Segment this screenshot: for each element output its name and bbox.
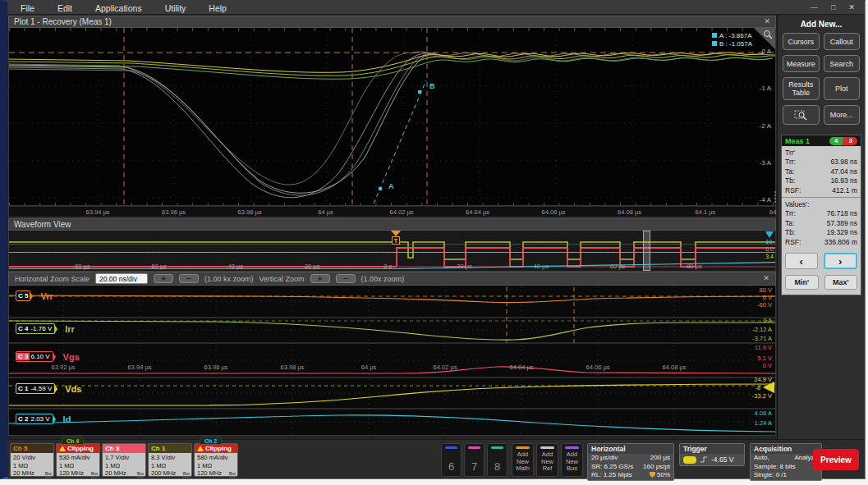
- h-zoom-minus-button[interactable]: −: [179, 274, 199, 283]
- zoom-tool-button[interactable]: [783, 105, 820, 125]
- h-zoom-scale-input[interactable]: 20.00 ns/div: [95, 273, 148, 284]
- bandwidth-icon: Bw: [137, 471, 144, 478]
- menu-utility[interactable]: Utility: [165, 3, 186, 13]
- ch4-tile[interactable]: Ch 4 Clipping 530 mA/div1 MΩ120 MHzBw: [56, 443, 100, 477]
- more-button[interactable]: More...: [824, 105, 861, 125]
- menu-bar: File Edit Applications Utility Help — □ …: [7, 2, 865, 15]
- acquisition-panel[interactable]: Acquisition Auto,Analyze Sample: 8 bits …: [750, 443, 822, 481]
- h-zoom-scale-label: Horizontal Zoom Scale: [15, 275, 90, 283]
- ch7-tile[interactable]: 7: [464, 443, 485, 477]
- pass-fail-badge: 4 3: [829, 137, 857, 145]
- close-icon[interactable]: ✕: [848, 4, 855, 11]
- tick-label: -60 µs: [149, 263, 167, 270]
- max-button[interactable]: Max': [824, 275, 858, 290]
- meas-value: 412.1 m: [832, 186, 857, 196]
- meas-label: RSF:: [785, 186, 801, 196]
- measure-button[interactable]: Measure: [783, 55, 820, 72]
- tick-label: -3 A: [760, 159, 771, 167]
- add-new-ref-button[interactable]: Add New Ref: [536, 443, 558, 477]
- add-new-math-button[interactable]: Add New Math: [512, 443, 534, 477]
- ch8-tile[interactable]: 8: [487, 443, 507, 477]
- tick-label: 64.02 µs: [390, 208, 414, 216]
- tick-label: 0 s: [383, 263, 392, 270]
- ch1-tile[interactable]: Ch 1 8.3 V/div1 MΩ200 MHzBw: [148, 443, 192, 477]
- ch2-tile[interactable]: Ch 2 Clipping 580 mA/div1 MΩ120 MHzBw: [194, 443, 238, 477]
- ch5-tile-header: Ch 5: [11, 444, 53, 453]
- meas-value: 336.806 m: [824, 238, 857, 248]
- cursor-b-label[interactable]: B: [429, 82, 435, 90]
- main-area: Plot 1 - Recovery (Meas 1) ✕: [7, 15, 865, 439]
- zoom-close-icon[interactable]: ✕: [763, 275, 769, 282]
- plot1-title: Plot 1 - Recovery (Meas 1): [14, 17, 112, 26]
- menu-edit[interactable]: Edit: [57, 3, 72, 13]
- search-button[interactable]: Search: [824, 55, 861, 72]
- meas1-results-panel[interactable]: Meas 1 4 3 Trr' Trr:63.98 ns Ta:47.04 ns…: [781, 135, 861, 295]
- spl itter-handle[interactable]: [774, 191, 776, 203]
- ch6-tile[interactable]: 6: [441, 443, 462, 477]
- tick-label: 64.08 µs: [618, 208, 641, 216]
- horizontal-title: Horizontal: [588, 444, 673, 454]
- zoomed-waveform-view[interactable]: -8 C 5 Vrr C 4-1.76 V Irr C 36.10 V Vgs …: [8, 286, 776, 436]
- add-new-bus-button[interactable]: Add New Bus: [561, 443, 583, 477]
- overview-x-tick-row: -80 µs-60 µs-40 µs-20 µs0 s20 µs40 µs60 …: [9, 231, 775, 271]
- min-button[interactable]: Min': [785, 275, 819, 290]
- window-controls: — □ ✕: [811, 4, 855, 11]
- tick-label: 64.06 µs: [542, 208, 566, 216]
- tick-label: 0 A: [761, 48, 771, 55]
- menu-applications[interactable]: Applications: [95, 3, 142, 13]
- ch3-tile-header: Ch 3: [103, 444, 145, 453]
- menu-help[interactable]: Help: [209, 3, 227, 13]
- tick-label: 20 µs: [457, 263, 472, 270]
- v-zoom-minus-button[interactable]: −: [336, 274, 356, 283]
- tick-label: -4 A: [760, 196, 771, 204]
- meas-label: Trr:: [785, 209, 796, 219]
- meas-label: Ta:: [785, 219, 794, 229]
- meas-label: Tb:: [785, 176, 795, 186]
- waveform-overview[interactable]: C36.10 V T 10. 6.0 3.4 -80 µs-60 µs-40 µ…: [8, 231, 776, 272]
- meas1-body: Trr' Trr:63.98 ns Ta:47.04 ns Tb:16.93 n…: [782, 146, 861, 295]
- preview-button[interactable]: Preview: [813, 449, 859, 470]
- tick-label: 40 µs: [534, 263, 549, 270]
- plot1-canvas[interactable]: A : -3.867A B : -1.057A A B 0 A-1 A-2 A-…: [8, 28, 776, 206]
- minimize-icon[interactable]: —: [811, 4, 818, 11]
- prev-result-button[interactable]: ‹: [785, 253, 818, 269]
- bandwidth-icon: Bw: [91, 471, 98, 478]
- callout-button[interactable]: Callout: [824, 33, 861, 50]
- meas-value: 57.389 ns: [827, 219, 857, 229]
- acquisition-title: Acquisition: [751, 444, 821, 454]
- meas-section-title: Values':: [785, 199, 857, 209]
- menu-file[interactable]: File: [21, 3, 34, 13]
- zoomed-x-tick-row: 63.92 µs63.94 µs63.96 µs63.98 µs64 µs64.…: [9, 286, 775, 435]
- waveform-view-title: Waveform View: [14, 220, 71, 229]
- tick-label: 63.94 µs: [86, 208, 110, 216]
- tick-label: 60 µs: [610, 263, 626, 270]
- v-zoom-plus-button[interactable]: +: [310, 274, 330, 283]
- meas-value: 16.93 ns: [830, 176, 857, 186]
- meas-label: Ta:: [785, 167, 794, 177]
- ch3-tile[interactable]: Ch 3 1.7 V/div1 MΩ20 MHzBw: [102, 443, 146, 477]
- results-table-button[interactable]: Results Table: [783, 77, 820, 100]
- trigger-panel[interactable]: Trigger -4.65 V: [679, 443, 745, 466]
- h-zoom-plus-button[interactable]: +: [154, 274, 173, 283]
- right-sidebar: Add New... Cursors Callout Measure Searc…: [777, 15, 865, 439]
- tick-label: -80 µs: [73, 263, 90, 270]
- warning-icon: [59, 446, 66, 451]
- meas1-header: Meas 1 4 3: [782, 135, 861, 146]
- bottom-settings-bar: Ch 5 20 V/div1 MΩ20 MHzBw Ch 4 Clipping …: [7, 439, 865, 478]
- content-column: Plot 1 - Recovery (Meas 1) ✕: [7, 15, 777, 439]
- bandwidth-icon: Bw: [45, 471, 52, 478]
- tick-label: 63.96 µs: [162, 208, 186, 216]
- cursor-a-label[interactable]: A: [388, 182, 394, 190]
- tick-label: -40 µs: [226, 263, 243, 270]
- next-result-button[interactable]: ›: [824, 253, 858, 269]
- tick-label: 63.96 µs: [204, 364, 228, 371]
- add-new-title: Add New...: [778, 20, 865, 29]
- plot1-close-icon[interactable]: ✕: [764, 18, 770, 25]
- maximize-icon[interactable]: □: [831, 4, 835, 11]
- cursor-a-value: A : -3.867A: [719, 32, 752, 39]
- ch4-tab: Ch 4: [62, 437, 84, 444]
- cursors-button[interactable]: Cursors: [783, 33, 820, 50]
- plot-button[interactable]: Plot: [824, 77, 861, 100]
- ch5-tile[interactable]: Ch 5 20 V/div1 MΩ20 MHzBw: [10, 443, 54, 477]
- horizontal-panel[interactable]: Horizontal 20 µs/div200 µs SR: 6.25 GS/s…: [587, 443, 674, 481]
